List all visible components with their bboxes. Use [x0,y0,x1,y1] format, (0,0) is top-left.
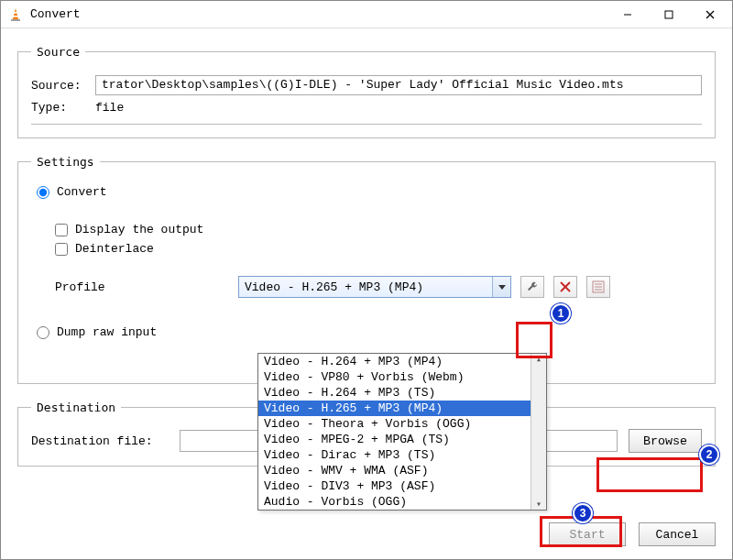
dropdown-item[interactable]: Video - H.265 + MP3 (MP4) [258,401,531,416]
deinterlace-checkbox[interactable]: Deinterlace [55,242,702,256]
convert-radio-input[interactable] [37,186,49,199]
profile-dropdown-button[interactable] [492,277,510,297]
settings-legend: Settings [31,155,100,169]
maximize-icon [664,10,673,19]
scroll-up-icon[interactable]: ▴ [536,354,542,365]
dropdown-scrollbar[interactable]: ▴ ▾ [531,354,546,510]
scroll-down-icon[interactable]: ▾ [536,499,542,510]
source-legend: Source [31,45,85,59]
start-button[interactable]: Start [549,522,626,546]
profile-dropdown-list[interactable]: Video - H.264 + MP3 (MP4)Video - VP80 + … [257,353,547,511]
minimize-button[interactable] [607,2,648,27]
close-button[interactable] [689,2,730,27]
display-output-checkbox[interactable]: Display the output [55,223,702,236]
destination-label: Destination file: [31,434,169,448]
dropdown-item[interactable]: Audio - Vorbis (OGG) [258,494,531,510]
display-output-input[interactable] [55,224,68,236]
dropdown-item[interactable]: Video - Theora + Vorbis (OGG) [258,416,531,432]
svg-rect-1 [14,12,18,14]
new-profile-button[interactable] [586,276,610,298]
vlc-icon [8,7,23,22]
dump-raw-input[interactable] [37,326,49,339]
profile-label: Profile [55,280,238,294]
maximize-button[interactable] [648,2,689,27]
svg-rect-2 [13,16,18,17]
edit-profile-button[interactable] [520,276,544,298]
badge-3: 3 [573,503,593,523]
source-input[interactable]: trator\Desktop\samples\((G)I-DLE) - 'Sup… [95,75,702,95]
dropdown-item[interactable]: Video - H.264 + MP3 (MP4) [258,354,531,369]
svg-rect-3 [11,19,20,21]
dump-raw-radio[interactable]: Dump raw input [37,325,702,339]
source-group: Source Source: trator\Desktop\samples\((… [17,45,716,138]
list-icon [592,280,605,293]
deinterlace-input[interactable] [55,243,68,256]
dropdown-item[interactable]: Video - WMV + WMA (ASF) [258,463,531,478]
dropdown-item[interactable]: Video - DIV3 + MP3 (ASF) [258,478,531,494]
dropdown-item[interactable]: Video - VP80 + Vorbis (Webm) [258,369,531,385]
convert-dialog: Convert Source Source: trator\Desktop\sa… [0,0,733,560]
type-label: Type: [31,101,95,115]
source-label: Source: [31,79,95,93]
cancel-button[interactable]: Cancel [639,522,716,546]
svg-marker-0 [13,8,18,19]
dropdown-item[interactable]: Video - H.264 + MP3 (TS) [258,385,531,401]
badge-2: 2 [699,445,719,465]
destination-legend: Destination [31,401,121,414]
wrench-icon [526,280,539,293]
x-icon [560,281,571,292]
titlebar: Convert [1,1,732,28]
profile-selected: Video - H.265 + MP3 (MP4) [239,280,492,294]
close-icon [706,10,715,19]
delete-profile-button[interactable] [553,276,577,298]
svg-rect-5 [665,11,673,18]
chevron-down-icon [498,285,506,290]
profile-combobox[interactable]: Video - H.265 + MP3 (MP4) [238,276,511,298]
svg-marker-8 [498,285,506,290]
dump-raw-label: Dump raw input [57,325,157,339]
source-divider [31,124,702,125]
dropdown-item[interactable]: Video - MPEG-2 + MPGA (TS) [258,432,531,447]
type-value: file [95,101,124,115]
minimize-icon [623,10,632,19]
deinterlace-label: Deinterlace [75,242,154,256]
browse-button[interactable]: Browse [629,429,702,453]
dialog-footer: Start Cancel [549,522,716,546]
settings-group: Settings Convert Display the output Dein… [17,155,716,384]
convert-radio-label: Convert [57,185,107,199]
window-title: Convert [30,7,81,21]
display-output-label: Display the output [75,223,203,236]
dropdown-item[interactable]: Video - Dirac + MP3 (TS) [258,447,531,463]
convert-radio[interactable]: Convert [37,185,702,199]
badge-1: 1 [551,303,571,324]
